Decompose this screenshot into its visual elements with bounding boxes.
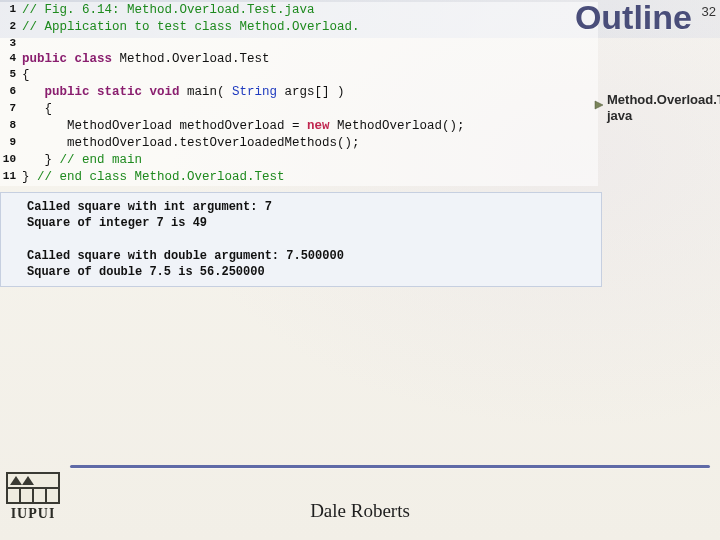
code-content: MethodOverload methodOverload = new Meth… — [22, 118, 465, 135]
line-number: 11 — [0, 169, 22, 186]
page-number: 32 — [702, 4, 716, 19]
code-line: 5{ — [0, 67, 598, 84]
code-content: methodOverload.testOverloadedMethods(); — [22, 135, 360, 152]
line-number: 8 — [0, 118, 22, 135]
slide: Outline 32 Method.Overload.Test. java 1/… — [0, 0, 720, 540]
code-line: 10 } // end main — [0, 152, 598, 169]
code-content: // Application to test class Method.Over… — [22, 19, 360, 36]
code-content: { — [22, 67, 30, 84]
line-number: 1 — [0, 2, 22, 19]
code-content: } // end main — [22, 152, 142, 169]
author-name: Dale Roberts — [0, 500, 720, 522]
slide-title: Outline — [575, 0, 692, 37]
code-line: 8 MethodOverload methodOverload = new Me… — [0, 118, 598, 135]
line-number: 7 — [0, 101, 22, 118]
code-content: public class Method.Overload.Test — [22, 51, 270, 68]
code-line: 9 methodOverload.testOverloadedMethods()… — [0, 135, 598, 152]
code-line: 7 { — [0, 101, 598, 118]
line-number: 4 — [0, 51, 22, 68]
line-number: 10 — [0, 152, 22, 169]
code-line: 4public class Method.Overload.Test — [0, 51, 598, 68]
line-number: 6 — [0, 84, 22, 101]
code-content: } // end class Method.Overload.Test — [22, 169, 285, 186]
bullet-icon — [594, 96, 604, 106]
line-number: 2 — [0, 19, 22, 36]
program-output: Called square with int argument: 7 Squar… — [0, 192, 602, 287]
code-line: 11} // end class Method.Overload.Test — [0, 169, 598, 186]
code-listing: 1// Fig. 6.14: Method.Overload.Test.java… — [0, 2, 598, 186]
line-number: 3 — [0, 36, 22, 51]
line-number: 5 — [0, 67, 22, 84]
code-line: 6 public static void main( String args[]… — [0, 84, 598, 101]
code-line: 3 — [0, 36, 598, 51]
code-line: 2// Application to test class Method.Ove… — [0, 19, 598, 36]
code-line: 1// Fig. 6.14: Method.Overload.Test.java — [0, 2, 598, 19]
line-number: 9 — [0, 135, 22, 152]
footer-rule — [70, 465, 710, 468]
code-content: { — [22, 101, 52, 118]
code-content: public static void main( String args[] ) — [22, 84, 345, 101]
side-note: Method.Overload.Test. java — [607, 92, 712, 125]
code-content: // Fig. 6.14: Method.Overload.Test.java — [22, 2, 315, 19]
